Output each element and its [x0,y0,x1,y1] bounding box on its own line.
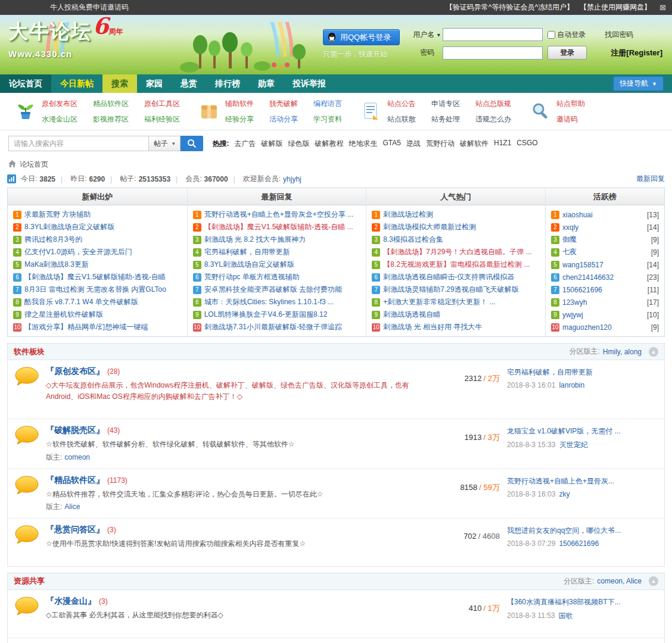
nav-item[interactable]: 今日新帖 [51,74,102,93]
forum-title-link[interactable]: 『原创发布区』 [46,366,104,377]
thread-link[interactable]: maguozhen120 [562,323,612,332]
collapse-icon[interactable]: ▲ [649,576,658,586]
category-link[interactable]: 精品软件区 [93,99,129,108]
thread-link[interactable]: 8.3YL刺激战场自定义破解版 [204,260,294,270]
column-header[interactable]: 新鲜出炉 [8,188,187,205]
nav-item[interactable]: 投诉举报 [284,74,335,93]
hot-search-link[interactable]: 绝地求生 [349,139,378,149]
hot-search-link[interactable]: 破解软件 [460,139,489,149]
lastpost-user-link[interactable]: 国歌 [559,611,573,620]
nav-item[interactable]: 悬赏 [172,74,206,93]
thread-link[interactable]: 荒野行动透视+自瞄上色+显骨灰盒+空投分享 ... [204,210,353,220]
thread-link[interactable]: 城市：天际线Cities: Skylines 1.10.1-f3 ... [204,297,334,307]
category-link[interactable]: 脱壳破解 [269,99,298,108]
quick-nav-button[interactable]: 快捷导航 ▼ [613,76,664,91]
hot-search-link[interactable]: 荒野行动 [426,139,455,149]
thread-link[interactable]: 刺激战场灵猫辅助7.29透视自瞄飞天破解版 [383,285,518,295]
thread-link[interactable]: 刺激战场 光 相当好用 寻找大牛 [383,322,482,332]
thread-link[interactable]: 刺激战场透视自瞄瞬击-仅支持腾讯模拟器 [383,272,514,282]
username-input[interactable] [443,28,543,41]
category-link[interactable]: 原创工具区 [144,99,180,108]
category-link[interactable]: 站点公告 [387,99,416,108]
newest-member-link[interactable]: yhjyhj [283,175,301,183]
lastpost-title-link[interactable]: 我想进前女友的qq空间，哪位大爷... [507,526,657,536]
moderator-links[interactable]: Hmily, along [603,348,642,356]
chevron-down-icon[interactable]: ▾ [434,32,443,38]
breadcrumb-home-link[interactable]: 论坛首页 [20,160,48,170]
forum-row[interactable]: 『精品软件区』(1173) ☆精品软件推荐，软件交流天地，汇集众多精彩评论，热心… [8,469,664,519]
login-button[interactable]: 登录 [547,46,587,60]
thread-link[interactable]: 酷我音乐 v8.7.7.1 W4 单文件破解版 [24,297,138,307]
thread-link[interactable]: 御魔 [562,235,577,245]
column-header[interactable]: 活跃榜 [546,188,664,205]
category-link[interactable]: 福利经验区 [144,114,180,124]
thread-link[interactable]: 刺激战场模拟大师最新过检测 [383,222,476,232]
column-header[interactable]: 最新回复 [188,188,366,205]
category-link[interactable]: 水漫金山区 [42,114,77,124]
forum-title-link[interactable]: 『水漫金山』 [46,596,96,607]
thread-link[interactable]: xxqly [562,223,578,232]
forum-title-link[interactable]: 『破解脱壳区』 [46,425,104,436]
thread-link[interactable]: 8.3YL刺激战场自定义破解版 [24,222,114,232]
category-link[interactable]: 申请专区 [431,99,460,108]
auto-login-checkbox[interactable] [547,31,555,39]
thread-link[interactable]: 荒野行动pc 单板方框透视辅助 [204,272,300,282]
nav-item[interactable]: 排行榜 [206,74,249,93]
search-scope-select[interactable]: 帖子 ▾ [149,136,181,151]
thread-link[interactable]: 宅男福利破解，自用带更新 [204,247,290,257]
thread-link[interactable]: 【刺激战场】7月29号！大白透视自瞄。子弹 ... [383,247,531,257]
lastpost-title-link[interactable]: 宅男福利破解，自用带更新 [507,367,657,377]
qq-login-button[interactable]: 用QQ帐号登录 [323,29,400,45]
category-link[interactable]: 经验分享 [225,114,254,124]
hot-search-link[interactable]: 逆战 [406,139,421,149]
thread-link[interactable]: 8.3模拟器过检合集 [383,235,443,245]
thread-link[interactable]: 【刺激战场】魔云V1.5破解版辅助-透视-自瞄 ... [204,222,353,232]
category-link[interactable]: 编程语言 [313,99,342,108]
lastpost-user-link[interactable]: 1506621696 [559,539,599,548]
forum-title-link[interactable]: 『精品软件区』 [46,475,104,486]
hot-search-link[interactable]: 破解教程 [315,139,344,149]
thread-link[interactable]: 安卓黑科技全能变声器破解版 去除付费功能 [204,285,342,295]
home-icon[interactable] [8,160,16,169]
auto-login-option[interactable]: 自动登录 [547,30,605,40]
category-link[interactable]: 学习资料 [313,114,342,124]
search-input[interactable] [8,136,149,151]
category-link[interactable]: 活动分享 [269,114,298,124]
column-header[interactable]: 人气热门 [366,188,545,205]
section-header[interactable]: 资源共享 分区版主:comeon, Alice ▲ [7,573,665,590]
lastpost-user-link[interactable]: 灭世宠妃 [559,441,587,449]
nav-item[interactable]: 搜索 [102,74,137,93]
category-link[interactable]: 影视推荐区 [93,114,129,124]
forum-row[interactable]: 『悬赏问答区』(3) ☆使用牛币悬赏求助!快速得到答案!发帖前请用搜索功能搜索相… [8,519,664,566]
hot-search-link[interactable]: 去广告 [235,139,256,149]
thread-link[interactable]: 刺激战场过检测 [383,210,433,220]
thread-link[interactable]: 刺激战场透视自瞄 [383,310,440,320]
forum-title-link[interactable]: 『悬赏问答区』 [46,525,104,535]
site-logo[interactable]: 大牛论坛 6周年 Www.4330.cn [8,18,123,59]
thread-link[interactable]: 刺激战场7.31小川最新破解版-轻微子弹追踪 [204,322,342,332]
find-password-link[interactable]: 找回密码 [605,30,633,40]
lastpost-user-link[interactable]: lanrobin [559,381,584,389]
forum-row[interactable]: 『福利经验』(4) ☆众多网购优惠,T楼秒杀,钻活动,微博活动,微信活动,游戏活… [8,638,664,643]
thread-link[interactable]: +刺激大更新非常稳定到大更新！ ... [383,297,495,307]
thread-link[interactable]: chen214146632 [562,273,614,282]
category-link[interactable]: 邀请码 [556,114,585,124]
category-link[interactable]: 辅助软件 [225,99,254,108]
lastpost-user-link[interactable]: zky [559,490,570,498]
moderator-links[interactable]: comeon, Alice [597,577,642,585]
hot-search-link[interactable]: GTA5 [383,139,401,149]
thread-link[interactable]: 求最新荒野 方块辅助 [24,210,91,220]
hot-search-link[interactable]: H1Z1 [494,139,511,149]
lastpost-title-link[interactable]: 龙猫宝盒 v1.0破解VIP版，无需付 ... [507,426,657,436]
thread-link[interactable]: 【游戏分享】精品网单/幻想神域一键端 [24,322,148,332]
thread-link[interactable]: wang158517 [562,261,603,269]
category-link[interactable]: 站务处理 [431,114,460,124]
moderator-link[interactable]: Alice [64,502,80,511]
hot-search-link[interactable]: 绿色版 [288,139,310,149]
thread-link[interactable]: xiaoshuai [562,211,593,219]
nav-item[interactable]: 勋章 [249,74,284,93]
thread-link[interactable]: 腾讯过检8月3号的 [24,235,82,245]
category-link[interactable]: 站点联散 [387,114,416,124]
thread-link[interactable]: 8月3日 雷电过检测 无需改名替换 内置GLToo [24,285,166,295]
nav-item[interactable]: 家园 [137,74,172,93]
